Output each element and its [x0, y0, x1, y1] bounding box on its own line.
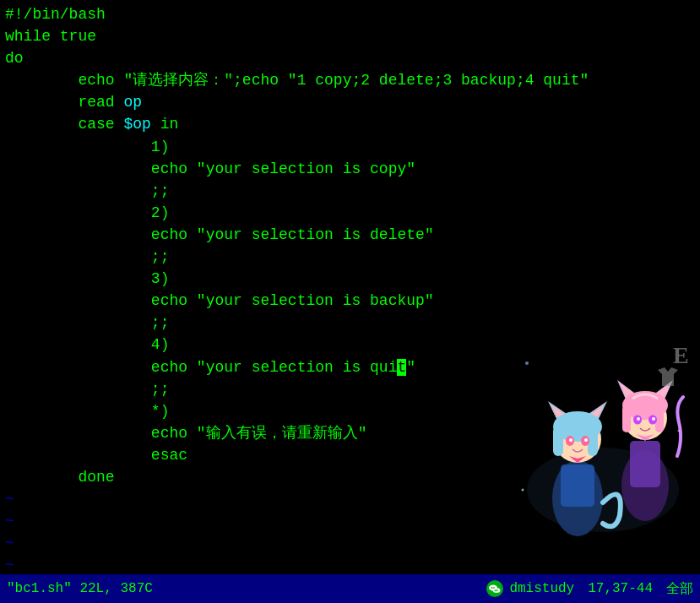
code-line-7: 1) — [5, 136, 695, 158]
text-cursor: t — [397, 359, 406, 376]
tilde-line-3: ~ — [5, 532, 695, 554]
code-line-1: #!/bin/bash — [5, 3, 695, 25]
code-line-15: ;; — [5, 312, 695, 334]
code-line-10: 2) — [5, 202, 695, 224]
code-line-11: echo "your selection is delete" — [5, 224, 695, 246]
code-line-12: ;; — [5, 246, 695, 268]
code-line-6: case $op in — [5, 113, 695, 135]
code-line-19: *) — [5, 400, 695, 422]
tilde-line-4: ~ — [5, 554, 695, 574]
tilde-line-1: ~ — [5, 488, 695, 510]
code-line-14: echo "your selection is backup" — [5, 290, 695, 312]
wechat-icon — [486, 579, 504, 598]
svg-point-40 — [495, 589, 497, 591]
svg-point-37 — [491, 587, 493, 589]
code-line-17: echo "your selection is quit" — [5, 356, 695, 378]
code-line-8: echo "your selection is copy" — [5, 158, 695, 180]
code-line-20: echo "输入有误，请重新输入" — [5, 422, 695, 444]
code-line-5: read op — [5, 91, 695, 113]
code-line-22: done — [5, 466, 695, 488]
dmistudy-badge: dmistudy — [486, 579, 574, 598]
code-line-4: echo "请选择内容：";echo "1 copy;2 delete;3 ba… — [5, 69, 695, 91]
code-line-21: esac — [5, 444, 695, 466]
code-line-3: do — [5, 47, 695, 69]
code-line-13: 3) — [5, 268, 695, 290]
status-bar: "bc1.sh" 22L, 387C dmistudy 17,37-44 全部 — [0, 574, 700, 603]
status-right-section: dmistudy 17,37-44 全部 — [486, 579, 693, 598]
code-line-18: ;; — [5, 378, 695, 400]
code-line-16: 4) — [5, 334, 695, 356]
tilde-line-2: ~ — [5, 510, 695, 532]
dmistudy-label: dmistudy — [509, 581, 574, 596]
code-line-9: ;; — [5, 180, 695, 202]
code-line-2: while true — [5, 25, 695, 47]
editor-area: #!/bin/bash while true do echo "请选择内容：";… — [0, 0, 700, 574]
view-mode: 全部 — [666, 580, 693, 598]
svg-point-41 — [497, 589, 498, 591]
status-filename: "bc1.sh" 22L, 387C — [7, 581, 153, 596]
cursor-position: 17,37-44 — [588, 581, 653, 596]
